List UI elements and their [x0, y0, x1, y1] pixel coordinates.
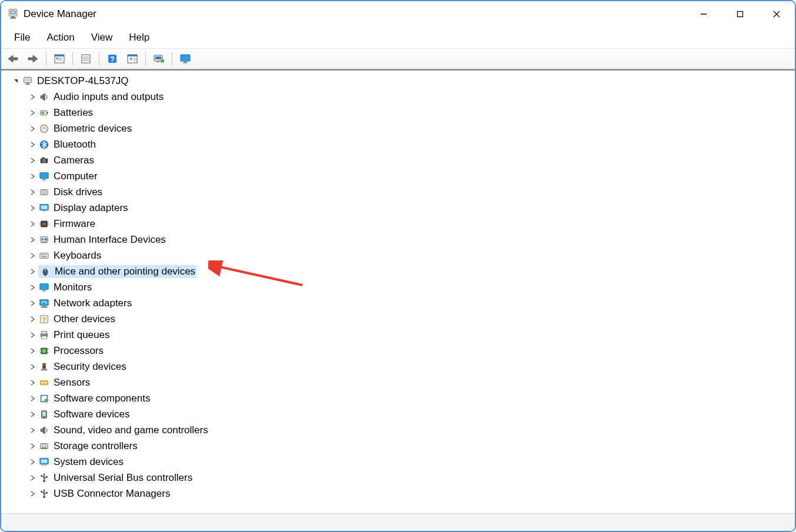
menu-help[interactable]: Help: [121, 29, 158, 46]
tree-item-sound[interactable]: Sound, video and game controllers: [1, 422, 795, 438]
svg-rect-113: [41, 459, 48, 463]
chevron-down-icon[interactable]: [12, 77, 20, 85]
tree-item-monitor[interactable]: Computer: [1, 168, 795, 184]
tree-item-mouse[interactable]: Mice and other pointing devices: [1, 263, 795, 279]
chevron-right-icon[interactable]: [28, 394, 36, 403]
toolbar-show-hidden-button[interactable]: [51, 51, 68, 66]
chevron-right-icon[interactable]: [28, 458, 36, 466]
chevron-right-icon[interactable]: [28, 363, 36, 371]
svg-rect-40: [41, 111, 44, 114]
tree-item-usb[interactable]: Universal Serial Bus controllers: [1, 470, 795, 486]
chevron-right-icon[interactable]: [28, 140, 36, 149]
chevron-right-icon[interactable]: [28, 252, 36, 260]
chevron-right-icon[interactable]: [28, 331, 36, 339]
toolbar-back-button[interactable]: [5, 51, 21, 66]
tree-item-security[interactable]: Security devices: [1, 359, 795, 374]
chevron-right-icon[interactable]: [28, 474, 36, 482]
tree-item-label: Mice and other pointing devices: [55, 263, 195, 279]
svg-rect-67: [45, 238, 48, 240]
tree-item-battery[interactable]: Batteries: [1, 105, 795, 121]
svg-rect-107: [41, 429, 43, 431]
toolbar-separator: [46, 52, 46, 65]
tree-item-cpu[interactable]: Processors: [1, 343, 795, 359]
svg-rect-76: [45, 269, 46, 270]
tree-item-label: Security devices: [54, 359, 126, 374]
svg-rect-81: [43, 305, 45, 306]
svg-rect-9: [55, 55, 64, 56]
tree-item-usbconn[interactable]: USB Connector Managers: [1, 486, 795, 501]
tree-item-softdev[interactable]: Software devices: [1, 406, 795, 422]
tree-item-printer[interactable]: Print queues: [1, 327, 795, 343]
tree-item-label: Software devices: [54, 406, 129, 422]
tree-item-fingerprint[interactable]: Biometric devices: [1, 121, 795, 136]
toolbar-scan-button[interactable]: +: [151, 51, 167, 66]
tree-item-network[interactable]: Network adapters: [1, 295, 795, 311]
minimize-button[interactable]: [685, 1, 722, 27]
svg-rect-5: [738, 12, 743, 17]
chevron-right-icon[interactable]: [28, 442, 36, 450]
tree-item-camera[interactable]: Cameras: [1, 152, 795, 168]
toolbar-separator: [72, 52, 73, 65]
svg-point-120: [41, 475, 42, 477]
svg-rect-33: [25, 78, 31, 81]
toolbar-monitor-button[interactable]: [177, 51, 194, 66]
toolbar-help-button[interactable]: ?: [104, 51, 121, 66]
chevron-right-icon[interactable]: [28, 267, 36, 276]
tree-item-software[interactable]: +Software components: [1, 390, 795, 406]
tree-item-other[interactable]: ?Other devices: [1, 311, 795, 327]
computer-icon: [22, 75, 34, 87]
chevron-right-icon[interactable]: [28, 379, 36, 387]
tree-item-label: Batteries: [54, 105, 93, 121]
tree-container[interactable]: DESKTOP-4L537JQAudio inputs and outputsB…: [1, 69, 795, 513]
tree-item-sensor[interactable]: Sensors: [1, 374, 795, 390]
battery-icon: [38, 107, 50, 119]
toolbar-separator: [145, 52, 146, 65]
tree-item-label: Biometric devices: [54, 121, 132, 136]
tree-item-storage[interactable]: Storage controllers: [1, 438, 795, 454]
chevron-right-icon[interactable]: [28, 109, 36, 117]
tree-item-label: Firmware: [54, 216, 95, 232]
svg-point-111: [42, 444, 45, 447]
chevron-right-icon[interactable]: [28, 93, 36, 101]
chevron-right-icon[interactable]: [28, 172, 36, 180]
sensor-icon: [38, 377, 50, 389]
chevron-right-icon[interactable]: [28, 188, 36, 196]
toolbar-update-button[interactable]: [124, 51, 141, 66]
security-icon: [38, 361, 50, 373]
tree-item-keyboard[interactable]: Keyboards: [1, 247, 795, 263]
chevron-right-icon[interactable]: [28, 220, 36, 228]
chevron-right-icon[interactable]: [28, 490, 36, 498]
tree-item-display[interactable]: Display adapters: [1, 200, 795, 216]
menu-file[interactable]: File: [6, 29, 38, 46]
tree-item-monitor2[interactable]: Monitors: [1, 279, 795, 295]
tree-item-label: Keyboards: [54, 247, 101, 263]
chevron-right-icon[interactable]: [28, 236, 36, 244]
chevron-right-icon[interactable]: [28, 299, 36, 307]
tree-item-system[interactable]: System devices: [1, 454, 795, 470]
svg-rect-35: [25, 83, 29, 84]
menu-view[interactable]: View: [83, 29, 121, 46]
close-button[interactable]: [758, 1, 795, 27]
camera-icon: [38, 155, 50, 166]
tree-item-disk[interactable]: Disk drives: [1, 184, 795, 200]
fingerprint-icon: [38, 123, 50, 135]
chevron-right-icon[interactable]: [28, 426, 36, 434]
svg-rect-2: [12, 16, 15, 18]
tree-item-hid[interactable]: Human Interface Devices: [1, 232, 795, 247]
chevron-right-icon[interactable]: [28, 204, 36, 212]
tree-item-speaker[interactable]: Audio inputs and outputs: [1, 89, 795, 105]
toolbar-properties-button[interactable]: [78, 51, 94, 66]
chevron-right-icon[interactable]: [28, 347, 36, 355]
chevron-right-icon[interactable]: [28, 410, 36, 419]
chevron-right-icon[interactable]: [28, 283, 36, 292]
chevron-right-icon[interactable]: [28, 156, 36, 165]
chevron-right-icon[interactable]: [28, 315, 36, 323]
menu-action[interactable]: Action: [38, 29, 82, 46]
svg-point-99: [45, 382, 46, 383]
tree-item-chip[interactable]: Firmware: [1, 216, 795, 232]
maximize-button[interactable]: [722, 1, 758, 27]
toolbar-forward-button[interactable]: [25, 51, 41, 66]
tree-item-bluetooth[interactable]: Bluetooth: [1, 136, 795, 152]
chevron-right-icon[interactable]: [28, 125, 36, 133]
tree-root-node[interactable]: DESKTOP-4L537JQ: [1, 73, 795, 89]
